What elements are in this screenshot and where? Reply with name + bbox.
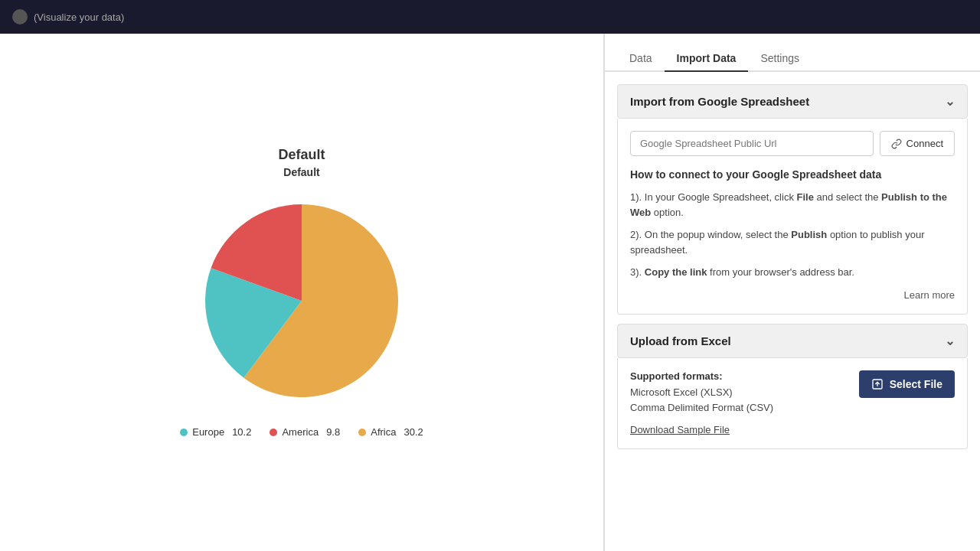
link-icon [891,139,902,149]
chart-subtitle: Default [283,166,319,178]
google-spreadsheet-body: Connect How to connect to your Google Sp… [617,119,968,315]
google-spreadsheet-section: Import from Google Spreadsheet ⌄ [617,84,968,315]
how-to-step-1: 1). In your Google Spreadsheet, click Fi… [630,190,955,220]
pie-chart-svg [194,194,409,408]
google-spreadsheet-title: Import from Google Spreadsheet [630,95,809,108]
legend-item-africa: Africa 30.2 [358,426,423,438]
chart-title: Default [278,147,325,163]
legend-label-africa: Africa [371,426,396,438]
tab-import-data[interactable]: Import Data [665,46,749,72]
upload-excel-section: Upload from Excel ⌄ Supported formats: M… [617,324,968,450]
pie-chart-container [194,194,409,408]
learn-more-row: Learn more [630,288,955,302]
main-layout: Default Default [0,34,980,551]
app-icon [12,9,28,24]
right-panel: Data Import Data Settings Import from Go… [605,34,980,551]
learn-more-link[interactable]: Learn more [904,289,955,301]
upload-info: Supported formats: Microsoft Excel (XLSX… [630,370,847,437]
topbar: (Visualize your data) [0,0,980,34]
upload-icon [871,378,884,390]
format-csv: Comma Delimited Format (CSV) [630,400,847,416]
upload-excel-title: Upload from Excel [630,334,731,347]
how-to-step-3: 3). Copy the link from your browser's ad… [630,265,955,280]
legend-value-africa: 30.2 [403,426,423,438]
upload-body: Supported formats: Microsoft Excel (XLSX… [630,370,955,437]
gs-url-input[interactable] [630,131,874,156]
chart-panel: Default Default [0,34,603,551]
select-file-button[interactable]: Select File [859,370,955,398]
how-to-step-2: 2). On the popup window, select the Publ… [630,227,955,257]
topbar-title: (Visualize your data) [34,11,124,23]
tab-settings[interactable]: Settings [748,46,812,72]
upload-excel-body: Supported formats: Microsoft Excel (XLSX… [617,358,968,450]
download-sample-link[interactable]: Download Sample File [630,424,730,435]
legend-item-america: America 9.8 [270,426,340,438]
format-xlsx: Microsoft Excel (XLSX) [630,385,847,401]
legend-item-europe: Europe 10.2 [180,426,251,438]
connect-label: Connect [906,138,943,149]
google-spreadsheet-chevron-icon: ⌄ [945,94,955,109]
legend-dot-africa [358,429,366,436]
legend-dot-america [270,429,277,436]
supported-formats-label: Supported formats: [630,370,847,382]
select-file-label: Select File [890,378,942,390]
google-spreadsheet-header[interactable]: Import from Google Spreadsheet ⌄ [617,84,968,119]
upload-excel-chevron-icon: ⌄ [945,334,955,348]
gs-input-row: Connect [630,131,955,156]
legend-value-america: 9.8 [326,426,340,438]
chart-legend: Europe 10.2 America 9.8 Africa 30.2 [180,426,423,438]
connect-button[interactable]: Connect [880,131,955,156]
legend-label-europe: Europe [192,426,224,438]
legend-dot-europe [180,429,188,436]
legend-value-europe: 10.2 [232,426,251,438]
tab-bar: Data Import Data Settings [605,34,980,72]
legend-label-america: America [282,426,318,438]
panel-content: Import from Google Spreadsheet ⌄ [605,72,980,461]
how-to-title: How to connect to your Google Spreadshee… [630,168,955,181]
upload-excel-header[interactable]: Upload from Excel ⌄ [617,324,968,358]
tab-data[interactable]: Data [617,46,665,72]
